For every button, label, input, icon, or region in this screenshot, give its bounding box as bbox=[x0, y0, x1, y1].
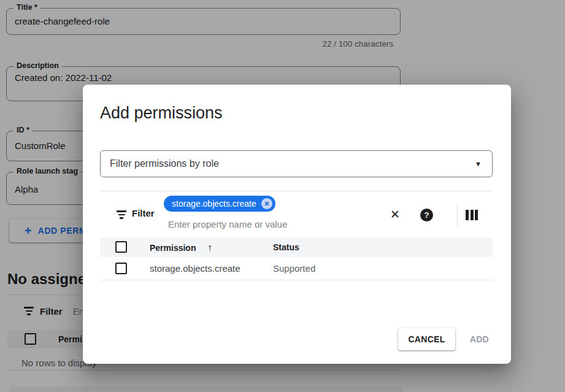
chip-remove-icon[interactable]: ✕ bbox=[261, 198, 272, 209]
select-all-checkbox[interactable] bbox=[115, 241, 127, 253]
filter-funnel-icon bbox=[116, 210, 127, 219]
status-column-header[interactable]: Status bbox=[273, 238, 299, 257]
permissions-filter-toolbar: Filter storage.objects.create ✕ Enter pr… bbox=[100, 191, 493, 238]
role-filter-dropdown[interactable]: Filter permissions by role ▼ bbox=[100, 150, 493, 177]
filter-chip[interactable]: storage.objects.create ✕ bbox=[164, 196, 275, 212]
permission-column-header[interactable]: Permission ↑ bbox=[150, 238, 212, 258]
filter-input[interactable]: Enter property name or value bbox=[168, 219, 287, 229]
role-filter-placeholder: Filter permissions by role bbox=[110, 151, 219, 177]
add-permissions-dialog: Add permissions Filter permissions by ro… bbox=[83, 85, 511, 364]
dialog-title: Add permissions bbox=[100, 104, 223, 123]
filter-chip-label: storage.objects.create bbox=[172, 199, 256, 209]
status-cell: Supported bbox=[273, 257, 315, 280]
permission-column-label: Permission bbox=[150, 243, 196, 253]
clear-filter-icon[interactable]: ✕ bbox=[390, 207, 400, 221]
table-row[interactable]: storage.objects.create Supported bbox=[100, 257, 493, 280]
chevron-down-icon: ▼ bbox=[475, 151, 482, 177]
cancel-button[interactable]: CANCEL bbox=[398, 328, 455, 350]
row-checkbox[interactable] bbox=[115, 263, 127, 274]
sort-ascending-icon: ↑ bbox=[207, 242, 212, 253]
permission-cell: storage.objects.create bbox=[150, 257, 240, 280]
toolbar-divider bbox=[457, 203, 458, 227]
filter-label: Filter bbox=[132, 208, 155, 218]
add-button[interactable]: ADD bbox=[470, 328, 489, 350]
page: Title * create-changefeed-role 22 / 100 … bbox=[0, 0, 565, 392]
help-icon[interactable]: ? bbox=[420, 209, 433, 221]
column-display-icon[interactable] bbox=[466, 210, 478, 220]
permissions-table-header: Permission ↑ Status bbox=[100, 238, 493, 257]
